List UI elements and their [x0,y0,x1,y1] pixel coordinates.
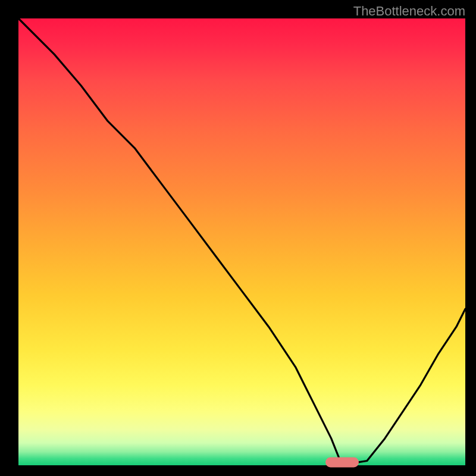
optimal-point-marker [325,458,359,468]
bottleneck-curve-svg [18,18,465,465]
watermark-text: TheBottleneck.com [353,4,465,19]
plot-area [18,18,465,465]
bottleneck-curve-path [18,18,465,463]
